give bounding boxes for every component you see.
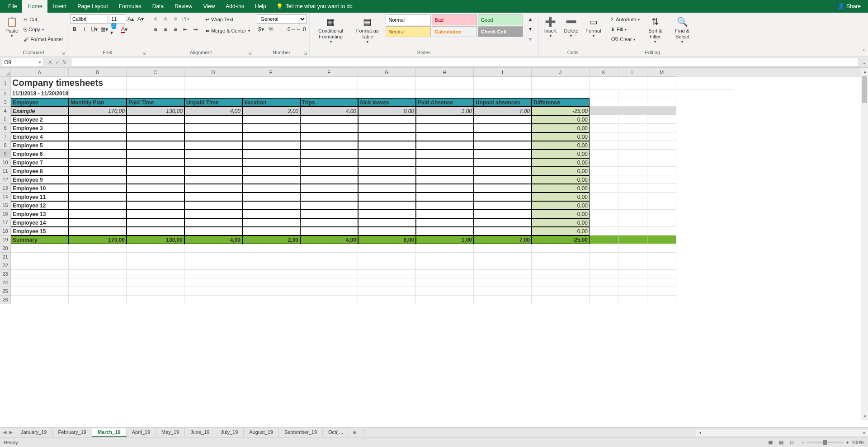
align-bottom-button[interactable]: ≡ [171,14,180,24]
align-left-button[interactable]: ≡ [151,25,160,34]
border-button[interactable]: ▦▾ [100,25,109,34]
cell-style-calculation[interactable]: Calculation [432,26,477,37]
sort-icon: ⇅ [649,15,661,28]
group-label: Font [70,49,145,56]
find-select-button[interactable]: 🔍Find & Select▾ [670,14,695,45]
styles-more[interactable]: ▿ [526,34,535,43]
chevron-down-icon: ▾ [633,38,635,42]
autosum-label: AutoSum [616,17,636,22]
styles-scroll-down[interactable]: ▾ [526,24,535,33]
insert-icon: ➕ [544,15,557,28]
format-painter-button[interactable]: 🖌Format Painter [23,34,64,44]
dialog-launcher-icon[interactable]: ⇲ [304,51,307,56]
tell-me[interactable]: 💡 Tell me what you want to do [272,3,357,9]
dialog-launcher-icon[interactable]: ⇲ [61,51,65,56]
align-center-button[interactable]: ≡ [161,25,170,34]
group-alignment: ≡ ≡ ≡ ⭯▾ ≡ ≡ ≡ ⇤ ⇥ ↩Wrap Text ⬌Merge & C… [148,13,254,56]
format-label: Format [585,28,601,34]
menu-tab-home[interactable]: Home [22,0,47,13]
align-top-button[interactable]: ≡ [151,14,160,24]
fx-icon[interactable]: fx [62,59,66,66]
conditional-formatting-button[interactable]: ▦ Conditional Formatting▾ [312,14,349,45]
wrap-icon: ↩ [205,17,209,23]
align-right-button[interactable]: ≡ [171,25,180,34]
align-middle-button[interactable]: ≡ [161,14,170,24]
dialog-launcher-icon[interactable]: ⇲ [248,51,252,56]
formula-bar: O9 ▾ ✕ ✓ fx ⌄ [0,57,868,68]
orientation-button[interactable]: ⭯▾ [181,14,190,24]
group-label: Editing [610,49,695,56]
chevron-down-icon: ▾ [42,28,44,32]
increase-decimal-button[interactable]: .0→ [287,25,296,34]
wrap-label: Wrap Text [211,17,233,22]
wrap-text-button[interactable]: ↩Wrap Text [204,14,251,24]
menu-tab-view[interactable]: View [198,0,221,13]
accounting-format-button[interactable]: $▾ [257,25,266,34]
copy-button[interactable]: ⎘Copy▾ [23,24,64,34]
format-as-table-button[interactable]: ▤ Format as Table▾ [351,14,384,45]
paste-button[interactable]: 📋 Paste ▾ [3,14,21,39]
underline-button[interactable]: U▾ [90,25,99,34]
chevron-down-icon: ▾ [681,40,683,44]
ribbon: 📋 Paste ▾ ✂Cut ⎘Copy▾ 🖌Format Painter Cl… [0,13,868,57]
formula-input[interactable] [71,58,859,67]
menu-tab-page-layout[interactable]: Page Layout [72,0,113,13]
collapse-ribbon-button[interactable]: ˄ [863,49,865,55]
enter-icon[interactable]: ✓ [55,59,60,66]
percent-button[interactable]: % [267,25,276,34]
sort-label: Sort & Filter [645,28,665,40]
decrease-font-button[interactable]: A▾ [136,14,145,24]
fill-color-button[interactable]: 🪣▾ [110,25,119,34]
expand-formula-bar[interactable]: ⌄ [861,59,868,66]
merge-icon: ⬌ [205,28,209,34]
insert-cells-button[interactable]: ➕Insert▾ [542,14,560,39]
copy-icon: ⎘ [24,27,27,32]
cell-style-neutral[interactable]: Neutral [386,26,431,37]
name-box[interactable]: O9 ▾ [2,58,43,67]
dialog-launcher-icon[interactable]: ⇲ [142,51,146,56]
paste-label: Paste [5,28,18,34]
cell-style-normal[interactable]: Normal [386,14,431,25]
menu-tab-help[interactable]: Help [250,0,272,13]
chevron-down-icon: ▾ [570,34,572,38]
delete-cells-button[interactable]: ➖Delete▾ [561,14,581,39]
clear-button[interactable]: ⌫Clear▾ [610,34,641,44]
bold-button[interactable]: B [70,25,79,34]
menu-tab-review[interactable]: Review [169,0,198,13]
paste-icon: 📋 [5,15,18,28]
font-size-input[interactable] [109,14,125,24]
menu-tab-data[interactable]: Data [147,0,169,13]
menu-tab-file[interactable]: File [3,0,22,13]
decrease-indent-button[interactable]: ⇤ [181,25,190,34]
menu-tab-add-ins[interactable]: Add-ins [220,0,250,13]
group-label: Clipboard [3,49,64,56]
chevron-down-icon: ▾ [330,40,332,44]
font-color-button[interactable]: A▾ [120,25,129,34]
menu-tab-formulas[interactable]: Formulas [113,0,147,13]
cancel-icon[interactable]: ✕ [48,59,52,66]
chevron-down-icon: ▾ [248,29,250,33]
chevron-down-icon: ▾ [11,34,13,38]
share-button[interactable]: 👤 Share [833,3,865,9]
merge-center-button[interactable]: ⬌Merge & Center▾ [204,26,251,36]
cell-style-bad[interactable]: Bad [432,14,477,25]
comma-button[interactable]: , [277,25,286,34]
decrease-decimal-button[interactable]: ←.0 [297,25,306,34]
format-painter-label: Format Painter [30,37,63,42]
menu-tab-insert[interactable]: Insert [47,0,72,13]
cell-style-check-cell[interactable]: Check Cell [478,26,523,37]
sort-filter-button[interactable]: ⇅Sort & Filter▾ [642,14,668,45]
increase-font-button[interactable]: A▴ [126,14,135,24]
fill-button[interactable]: ⬇Fill▾ [610,24,641,34]
search-icon: 🔍 [676,15,689,28]
italic-button[interactable]: I [80,25,89,34]
cell-style-good[interactable]: Good [478,14,523,25]
sigma-icon: Σ [611,17,614,22]
autosum-button[interactable]: ΣAutoSum▾ [610,14,641,24]
number-format-select[interactable]: General [257,14,307,24]
increase-indent-button[interactable]: ⇥ [191,25,200,34]
font-name-input[interactable] [70,14,108,24]
styles-scroll-up[interactable]: ▴ [526,14,535,24]
format-cells-button[interactable]: ▭Format▾ [583,14,604,39]
cut-button[interactable]: ✂Cut [23,14,64,24]
